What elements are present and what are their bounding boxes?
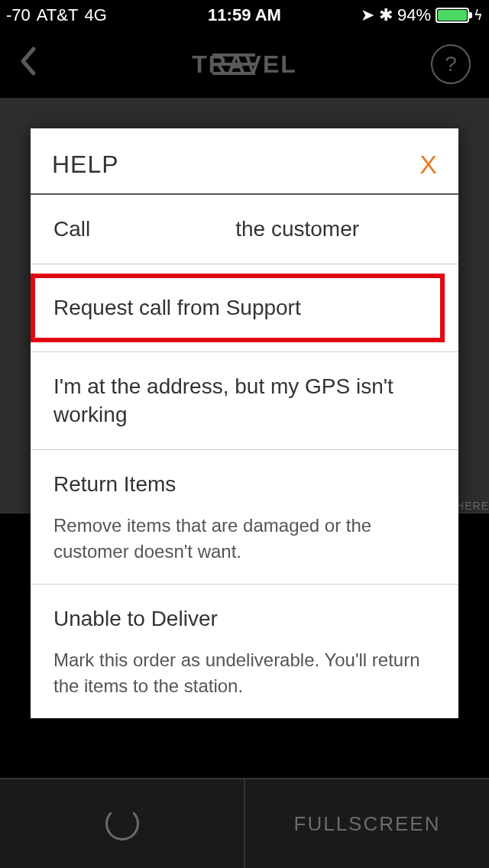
redacted-space — [90, 215, 235, 244]
question-icon: ? — [445, 52, 457, 76]
help-button[interactable]: ? — [431, 44, 471, 84]
back-button[interactable] — [18, 46, 37, 83]
fullscreen-button[interactable]: FULLSCREEN — [245, 779, 489, 868]
request-support-label: Request call from Support — [53, 293, 422, 322]
option-unable-deliver[interactable]: Unable to Deliver Mark this order as und… — [31, 585, 458, 718]
menu-line-icon — [212, 53, 255, 57]
network-type: 4G — [84, 5, 106, 25]
status-right: ➤ ✱ 94% ϟ — [361, 5, 483, 25]
return-items-title: Return Items — [53, 470, 436, 499]
close-button[interactable]: X — [419, 150, 437, 180]
call-suffix: the customer — [235, 215, 359, 244]
option-request-support[interactable]: Request call from Support — [31, 274, 445, 342]
modal-title: HELP — [52, 151, 119, 179]
help-modal: HELP X Call the customer Request call fr… — [31, 128, 458, 718]
charging-icon: ϟ — [474, 7, 483, 24]
loading-button[interactable] — [0, 779, 245, 868]
menu-line-icon — [212, 72, 255, 75]
option-request-support-wrap: Request call from Support — [31, 264, 458, 352]
spinner-icon — [105, 807, 139, 840]
status-left: -70 AT&T 4G — [6, 5, 107, 25]
app-header: TRAVEL ? — [0, 31, 489, 98]
chevron-left-icon — [18, 46, 37, 76]
location-icon: ➤ — [361, 5, 374, 25]
option-gps-issue[interactable]: I'm at the address, but my GPS isn't wor… — [31, 352, 458, 451]
option-return-items[interactable]: Return Items Remove items that are damag… — [31, 450, 458, 585]
modal-header: HELP X — [31, 128, 458, 195]
gps-issue-label: I'm at the address, but my GPS isn't wor… — [53, 372, 436, 430]
carrier-label: AT&T — [37, 5, 79, 25]
status-bar: -70 AT&T 4G 11:59 AM ➤ ✱ 94% ϟ — [0, 0, 489, 31]
signal-strength: -70 — [6, 5, 31, 25]
unable-deliver-title: Unable to Deliver — [53, 604, 436, 633]
menu-button[interactable] — [212, 53, 255, 75]
option-call-customer[interactable]: Call the customer — [31, 195, 458, 264]
bluetooth-icon: ✱ — [379, 5, 393, 25]
bottom-bar: FULLSCREEN — [0, 778, 489, 868]
battery-pct: 94% — [397, 5, 431, 25]
unable-deliver-sub: Mark this order as undeliverable. You'll… — [53, 647, 436, 698]
battery-icon — [436, 8, 469, 23]
call-prefix: Call — [53, 215, 90, 244]
fullscreen-label: FULLSCREEN — [294, 812, 441, 836]
return-items-sub: Remove items that are damaged or the cus… — [53, 513, 436, 564]
menu-line-icon — [212, 63, 255, 66]
modal-body: Call the customer Request call from Supp… — [31, 195, 458, 718]
